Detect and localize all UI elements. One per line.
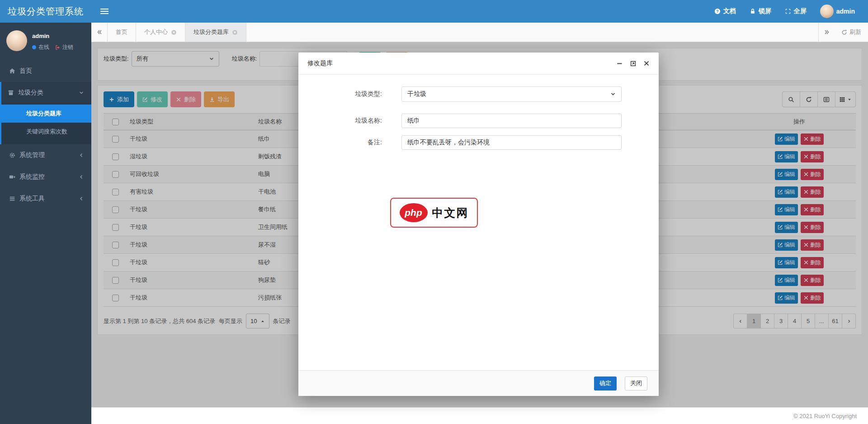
close-icon[interactable] xyxy=(232,29,238,35)
sidebar-item-question-bank[interactable]: 垃圾分类题库 xyxy=(1,105,91,123)
maximize-button[interactable] xyxy=(630,60,637,67)
minimize-button[interactable] xyxy=(616,60,623,67)
minus-icon xyxy=(616,60,623,67)
sidebar-submenu: 垃圾分类题库 关键词搜索次数 xyxy=(1,104,91,144)
garbage-name-input[interactable] xyxy=(401,114,622,128)
lock-label: 锁屏 xyxy=(759,7,771,15)
home-icon xyxy=(9,68,15,74)
user-menu[interactable]: admin xyxy=(813,0,862,23)
sidebar-toggle-button[interactable] xyxy=(91,0,118,23)
tab-question-bank[interactable]: 垃圾分类题库 xyxy=(185,23,246,42)
php-logo-badge: php xyxy=(400,203,428,222)
modal-body: 垃圾类型: 干垃圾 垃圾名称: xyxy=(298,75,659,370)
username: admin xyxy=(836,8,855,15)
copyright-text: © 2021 RuoYi Copyright xyxy=(793,413,857,419)
tab-profile[interactable]: 个人中心 xyxy=(136,23,185,42)
online-label: 在线 xyxy=(38,43,49,51)
app-root: 垃圾分类管理系统 文档 锁屏 全屏 admin xyxy=(0,0,868,424)
lock-screen-button[interactable]: 锁屏 xyxy=(743,0,778,23)
user-info: admin 在线 注销 xyxy=(32,30,73,51)
sidebar-item-garbage-category[interactable]: 垃圾分类 xyxy=(1,82,91,104)
logout-icon xyxy=(55,45,61,50)
sidebar-item-label: 系统工具 xyxy=(19,195,45,203)
chevron-left-icon xyxy=(79,196,84,201)
fullscreen-button[interactable]: 全屏 xyxy=(778,0,813,23)
logout-label: 注销 xyxy=(62,43,73,51)
type-label: 垃圾类型: xyxy=(298,90,382,98)
sidebar-section-garbage: 垃圾分类 垃圾分类题库 关键词搜索次数 xyxy=(0,82,91,144)
sidebar-item-label: 系统管理 xyxy=(19,151,45,159)
hamburger-icon xyxy=(100,7,108,15)
question-circle-icon xyxy=(714,8,721,14)
maximize-icon xyxy=(630,60,637,67)
tab-home[interactable]: 首页 xyxy=(108,23,136,42)
form-row-remark: 备注: xyxy=(298,135,659,150)
double-chevron-left-icon xyxy=(96,29,103,35)
online-dot-icon xyxy=(32,45,36,49)
user-status: 在线 注销 xyxy=(32,43,73,51)
box-icon xyxy=(8,90,14,96)
close-button[interactable]: 关闭 xyxy=(625,376,647,391)
docs-button[interactable]: 文档 xyxy=(708,0,743,23)
name-control xyxy=(401,114,622,128)
navbar-right: 文档 锁屏 全屏 admin xyxy=(708,0,868,23)
list-icon xyxy=(9,195,15,202)
avatar[interactable] xyxy=(6,30,27,51)
avatar xyxy=(820,5,834,18)
modal-title: 修改题库 xyxy=(307,59,333,67)
sidebar-item-system-tools[interactable]: 系统工具 xyxy=(0,188,91,210)
sidebar-item-home[interactable]: 首页 xyxy=(0,60,91,82)
remark-input[interactable] xyxy=(401,135,622,150)
lock-icon xyxy=(750,8,756,14)
confirm-button[interactable]: 确定 xyxy=(594,376,617,391)
body-row: admin 在线 注销 首页 xyxy=(0,23,868,424)
double-chevron-right-icon xyxy=(824,29,830,35)
tab-bar: 首页 个人中心 垃圾分类题库 刷新 xyxy=(91,23,868,42)
tab-label: 首页 xyxy=(116,28,127,36)
modal-header[interactable]: 修改题库 xyxy=(298,52,659,75)
php-logo-text: 中文网 xyxy=(432,205,469,220)
chevron-down-icon xyxy=(79,90,84,95)
main-area: 首页 个人中心 垃圾分类题库 刷新 xyxy=(91,23,868,424)
chevron-left-icon xyxy=(79,174,84,180)
name-label: 垃圾名称: xyxy=(298,117,382,125)
sidebar-item-keyword-search[interactable]: 关键词搜索次数 xyxy=(1,123,91,141)
sidebar: admin 在线 注销 首页 xyxy=(0,23,91,424)
tabs-scroll-left-button[interactable] xyxy=(91,23,108,42)
page-footer: © 2021 RuoYi Copyright xyxy=(91,407,868,424)
sidebar-item-system-manage[interactable]: 系统管理 xyxy=(0,144,91,166)
type-control: 干垃圾 xyxy=(401,86,622,102)
sidebar-item-label: 系统监控 xyxy=(19,173,45,181)
close-icon[interactable] xyxy=(171,29,177,35)
logout-button[interactable]: 注销 xyxy=(55,43,73,51)
modal-footer: 确定 关闭 xyxy=(298,370,659,396)
sidebar-item-system-monitor[interactable]: 系统监控 xyxy=(0,166,91,188)
close-modal-button[interactable] xyxy=(643,60,650,67)
sidebar-item-label: 首页 xyxy=(19,67,32,75)
edit-question-bank-modal: 修改题库 垃圾类型: 干垃圾 xyxy=(298,52,659,396)
tab-label: 个人中心 xyxy=(144,28,168,36)
sidebar-item-label: 垃圾分类 xyxy=(18,89,43,97)
form-row-name: 垃圾名称: xyxy=(298,114,659,128)
sidebar-menu: 首页 垃圾分类 垃圾分类题库 关键词搜索次数 系统管理 xyxy=(0,60,91,210)
user-name: admin xyxy=(32,33,73,39)
fullscreen-label: 全屏 xyxy=(794,7,807,15)
form-row-type: 垃圾类型: 干垃圾 xyxy=(298,86,659,102)
refresh-label: 刷新 xyxy=(849,28,861,36)
remark-label: 备注: xyxy=(298,138,382,147)
close-icon xyxy=(643,60,650,67)
chevron-down-icon xyxy=(610,91,616,97)
refresh-tab-button[interactable]: 刷新 xyxy=(835,23,868,42)
tabbar-right: 刷新 xyxy=(818,23,868,42)
sidebar-user-panel: admin 在线 注销 xyxy=(0,23,91,57)
top-navbar: 垃圾分类管理系统 文档 锁屏 全屏 admin xyxy=(0,0,868,23)
remark-control xyxy=(401,135,622,150)
refresh-icon xyxy=(841,29,847,35)
gear-icon xyxy=(9,152,15,158)
garbage-type-select[interactable]: 干垃圾 xyxy=(401,86,622,102)
garbage-type-value: 干垃圾 xyxy=(407,90,426,98)
tabs-scroll-right-button[interactable] xyxy=(818,23,835,42)
docs-label: 文档 xyxy=(723,7,736,15)
tab-label: 垃圾分类题库 xyxy=(193,28,229,36)
app-title: 垃圾分类管理系统 xyxy=(0,0,91,23)
